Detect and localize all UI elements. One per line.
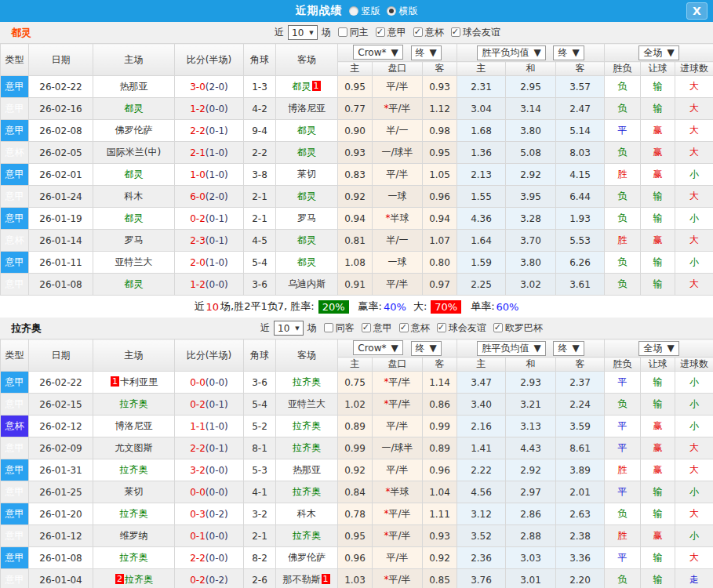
result-cell: 负 [605, 142, 641, 164]
odds-company-select[interactable]: Crow*▼ [353, 340, 402, 355]
handicap-cell: 一/球半 [373, 437, 423, 459]
handicap-cell: 一球 [373, 252, 423, 274]
avg-draw-cell: 4.43 [506, 437, 556, 459]
checkbox-checked[interactable] [493, 323, 503, 332]
handicap-text: 一/球半 [381, 147, 413, 158]
score-cell: 2-3(0-1) [175, 230, 244, 252]
corner-cell: 5-4 [244, 252, 276, 274]
fulltime-score: 6-0 [190, 191, 206, 202]
checkbox-checked[interactable] [413, 27, 423, 37]
date-cell: 26-02-15 [29, 394, 93, 416]
team-name-lazio: 拉齐奥 [11, 321, 42, 336]
odds-company-select[interactable]: Crow*▼ [353, 45, 402, 60]
red-card-badge: 1 [312, 81, 321, 91]
score-cell: 1-2(0-0) [175, 98, 244, 120]
sub-header-odds-home: 主 [338, 62, 373, 76]
checkbox-checked[interactable] [376, 27, 385, 37]
odds-home-cell: 1.08 [338, 252, 373, 274]
view-radio-unselected[interactable] [349, 6, 358, 16]
avg-home-cell: 2.31 [457, 76, 506, 98]
checkbox-checked[interactable] [451, 27, 460, 37]
avg-type-select[interactable]: 胜平负均值▼ [477, 341, 545, 356]
sub-header-avg-home: 主 [457, 358, 506, 372]
checkbox-unchecked[interactable] [338, 27, 347, 37]
score-cell: 1-1(1-0) [175, 416, 244, 437]
scope-select[interactable]: 全场▼ [638, 341, 678, 356]
checkbox-checked[interactable] [362, 323, 371, 332]
away-team-cell: 亚特兰大 [276, 394, 338, 416]
halftime-score: (0-0) [206, 531, 228, 542]
avg-home-cell: 2.25 [457, 274, 506, 296]
odds-home-cell: 0.75 [338, 372, 373, 394]
avg-home-cell: 2.16 [457, 416, 506, 437]
avg-home-cell: 2.36 [457, 547, 506, 569]
corner-cell: 4-5 [244, 230, 276, 252]
handicap-text: 平/半 [386, 81, 408, 92]
away-team-cell: 罗马 [276, 208, 338, 230]
league-cell: 意甲 [1, 164, 29, 186]
match-count-select[interactable]: 10 ▼ [288, 25, 318, 40]
col-header-corner: 角球 [244, 44, 276, 76]
home-team-name: 都灵 [125, 103, 144, 114]
avg-final-select[interactable]: 终▼ [553, 341, 584, 356]
scope-select[interactable]: 全场▼ [638, 45, 678, 60]
odds-final-select[interactable]: 终▼ [411, 45, 442, 60]
league-filter-checkboxes: 同客意甲意杯球会友谊欧罗巴杯 [317, 321, 543, 335]
halftime-score: (0-0) [206, 103, 228, 114]
view-radio-label: 竖版 [362, 5, 380, 16]
checkbox-checked[interactable] [399, 323, 409, 332]
corner-cell: 8-2 [244, 547, 276, 569]
away-team-cell: 那不勒斯1 [276, 569, 338, 588]
odds-away-cell: 1.12 [423, 98, 457, 120]
avg-away-cell: 2.37 [556, 372, 605, 394]
date-cell: 26-01-04 [29, 569, 93, 588]
close-button[interactable]: X [686, 2, 708, 20]
avg-type-select[interactable]: 胜平负均值▼ [477, 45, 545, 60]
league-cell: 意杯 [1, 142, 29, 164]
away-team-cell: 都灵 [276, 252, 338, 274]
odds-away-cell: 0.98 [423, 120, 457, 142]
away-team-name: 那不勒斯 [283, 574, 321, 585]
league-cell: 意甲 [1, 372, 29, 394]
match-count-select[interactable]: 10 ▼ [274, 321, 304, 336]
result-cell: 胜 [605, 230, 641, 252]
corner-cell: 3-6 [244, 372, 276, 394]
odds-away-cell: 1.07 [423, 230, 457, 252]
avg-draw-cell: 5.08 [506, 142, 556, 164]
odds-group-header: Crow*▼ 终▼ [338, 44, 457, 62]
handicap-result-cell: 赢 [641, 164, 675, 186]
away-team-cell: 拉齐奥 [276, 481, 338, 503]
odds-away-cell: 0.80 [423, 252, 457, 274]
score-cell: 0-0(0-0) [175, 481, 244, 503]
handicap-text: 半/一 [386, 125, 408, 136]
odds-away-cell: 0.86 [423, 394, 457, 416]
goals-result-cell: 小 [675, 525, 713, 547]
handicap-result-cell: 输 [641, 274, 675, 296]
odds-away-cell: 0.96 [423, 186, 457, 208]
handicap-result-cell: 赢 [641, 416, 675, 437]
odds-home-cell: 0.91 [338, 274, 373, 296]
score-cell: 3-0(2-0) [175, 76, 244, 98]
checkbox-unchecked[interactable] [324, 323, 333, 332]
home-team-name: 博洛尼亚 [115, 420, 153, 431]
avg-home-cell: 3.52 [457, 525, 506, 547]
sub-header-result: 胜负 [605, 358, 641, 372]
match-row: 意甲26-01-08拉齐奥2-2(0-0)8-2佛罗伦萨0.96平/半0.922… [1, 547, 713, 569]
checkbox-label: 球会友谊 [449, 322, 486, 333]
home-team-cell: 亚特兰大 [93, 252, 175, 274]
near-label: 近 [275, 26, 284, 39]
games-label: 场 [322, 26, 331, 39]
result-cell: 负 [605, 394, 641, 416]
chevron-down-icon: ▼ [391, 47, 398, 58]
odds-home-cell: 0.96 [338, 547, 373, 569]
col-header-score: 比分(半场) [175, 44, 244, 76]
away-team-cell: 拉齐奥 [276, 525, 338, 547]
odds-final-select[interactable]: 终▼ [411, 341, 442, 356]
checkbox-checked[interactable] [437, 323, 446, 332]
handicap-text: 平/半 [388, 103, 410, 114]
handicap-cell: *平/半 [373, 98, 423, 120]
avg-final-select[interactable]: 终▼ [553, 45, 584, 60]
view-radio-selected[interactable] [387, 6, 396, 16]
scope-group-header: 全场▼ [605, 44, 713, 62]
avg-home-cell: 1.41 [457, 437, 506, 459]
